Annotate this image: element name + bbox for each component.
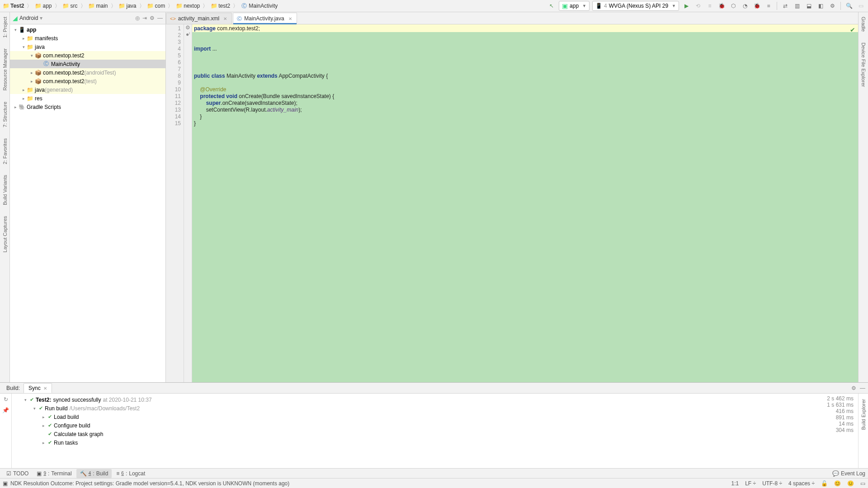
tree-arrow-icon[interactable]: ▸ bbox=[13, 105, 18, 109]
close-icon[interactable]: ✕ bbox=[43, 386, 47, 391]
gear-icon[interactable]: ⚙ bbox=[851, 385, 856, 391]
tree-item-java[interactable]: ▾📁java bbox=[10, 42, 165, 51]
crumb-src[interactable]: 📁src〉 bbox=[62, 2, 87, 10]
sync-gradle-button[interactable]: ⇄ bbox=[780, 1, 791, 11]
tree-arrow-icon[interactable]: ▾ bbox=[13, 28, 18, 32]
apply-changes-button[interactable]: ⟲ bbox=[693, 1, 703, 11]
rail-build-variants[interactable]: Build Variants bbox=[2, 172, 8, 208]
build-row-calculate-task-graph[interactable]: ✔Calculate task graph bbox=[14, 430, 804, 438]
tree-arrow-icon[interactable]: ▸ bbox=[29, 79, 34, 84]
xml-icon: <> bbox=[170, 16, 176, 21]
editor-area: <>activity_main.xml✕ⒸMainActivity.java✕ … bbox=[166, 12, 858, 382]
build-explorer-rail[interactable]: Build Explorer bbox=[861, 396, 866, 432]
readonly-icon[interactable]: 🔓 bbox=[821, 480, 828, 487]
coverage-button[interactable]: ⬡ bbox=[728, 1, 739, 11]
build-row-run-build[interactable]: ▾✔Run build /Users/mac/Downloads/Test2 bbox=[14, 404, 804, 413]
memory-indicator[interactable]: ▭ bbox=[860, 480, 865, 487]
rail-2-favorites[interactable]: 2: Favorites bbox=[2, 136, 8, 167]
crumb-com[interactable]: 📁com〉 bbox=[146, 2, 175, 10]
rail-gradle[interactable]: Gradle bbox=[861, 14, 866, 34]
tree-item-mainactivity[interactable]: ⒸMainActivity bbox=[10, 60, 165, 68]
rail-7-structure[interactable]: 7: Structure bbox=[2, 99, 8, 130]
collapse-icon[interactable]: ⇥ bbox=[142, 15, 147, 21]
tree-item-java[interactable]: ▸📁java (generated) bbox=[10, 85, 165, 94]
build-row-load-build[interactable]: ▸✔Load build bbox=[14, 413, 804, 421]
tree-item-com-nextop-test2[interactable]: ▾📦com.nextop.test2 bbox=[10, 51, 165, 60]
search-everywhere-button[interactable]: 🔍 bbox=[844, 1, 854, 11]
crumb-Test2[interactable]: 📁Test2〉 bbox=[2, 2, 33, 10]
event-log-icon[interactable]: 💬 bbox=[832, 470, 839, 477]
tree-item-gradle-scripts[interactable]: ▸🐘Gradle Scripts bbox=[10, 103, 165, 111]
build-sync-tab[interactable]: Sync ✕ bbox=[24, 383, 52, 393]
tree-item-app[interactable]: ▾📱app bbox=[10, 25, 165, 34]
code-content[interactable]: package com.nextop.test2; import ... pub… bbox=[192, 24, 858, 382]
tree-arrow-icon[interactable]: ▾ bbox=[29, 53, 34, 58]
hide-icon[interactable]: — bbox=[157, 15, 163, 21]
close-icon[interactable]: ✕ bbox=[223, 16, 227, 21]
close-icon[interactable]: ✕ bbox=[288, 16, 292, 21]
editor-tab-activity_main.xml[interactable]: <>activity_main.xml✕ bbox=[166, 13, 232, 24]
crumb-java[interactable]: 📁java〉 bbox=[118, 2, 146, 10]
tree-item-com-nextop-test2[interactable]: ▸📦com.nextop.test2 (androidTest) bbox=[10, 68, 165, 77]
stop-button[interactable]: ■ bbox=[763, 1, 774, 11]
project-tree[interactable]: ▾📱app▸📁manifests▾📁java▾📦com.nextop.test2… bbox=[10, 24, 165, 382]
project-structure-button[interactable]: ⚙ bbox=[827, 1, 838, 11]
editor-tab-MainActivity.java[interactable]: ⒸMainActivity.java✕ bbox=[233, 13, 297, 24]
code-editor[interactable]: 123456789101112131415 ⚙●ᴵ package com.ne… bbox=[166, 24, 858, 382]
tree-arrow-icon[interactable]: ▸ bbox=[29, 70, 34, 75]
build-tab[interactable]: 🔨4:Build bbox=[76, 469, 112, 478]
event-log-label[interactable]: Event Log bbox=[841, 470, 865, 477]
device-selector[interactable]: 📱 4 WVGA (Nexus S) API 29 ▼ bbox=[592, 1, 679, 11]
tree-arrow-icon[interactable]: ▾ bbox=[21, 45, 26, 49]
attach-debugger-button[interactable]: 🐞 bbox=[751, 1, 762, 11]
status-window-icon[interactable]: ▣ bbox=[3, 480, 8, 487]
tree-arrow-icon[interactable]: ▸ bbox=[21, 96, 26, 101]
line-ending[interactable]: LF ÷ bbox=[745, 480, 756, 487]
filter-icon[interactable]: 📌 bbox=[2, 407, 9, 413]
build-row-configure-build[interactable]: ▸✔Configure build bbox=[14, 421, 804, 430]
terminal-tab[interactable]: ▣9:Terminal bbox=[33, 469, 75, 478]
build-row-run-tasks[interactable]: ▸✔Run tasks bbox=[14, 438, 804, 447]
caret-position[interactable]: 1:1 bbox=[731, 480, 739, 487]
run-config-app-selector[interactable]: ▣ app ▼ bbox=[559, 1, 590, 11]
hide-icon[interactable]: — bbox=[860, 385, 865, 391]
build-root[interactable]: ▾✔Test2: synced successfully at 2020-10-… bbox=[14, 395, 804, 404]
folder-icon: 📁 bbox=[147, 3, 154, 9]
rail-1-project[interactable]: 1: Project bbox=[2, 14, 8, 40]
avd-manager-button[interactable]: ▥ bbox=[792, 1, 802, 11]
tree-arrow-icon[interactable]: ▸ bbox=[21, 88, 26, 92]
ide-settings-button[interactable]: ▭ bbox=[855, 1, 866, 11]
debug-restart-button[interactable]: ≡ bbox=[704, 1, 715, 11]
tree-item-res[interactable]: ▸📁res bbox=[10, 94, 165, 103]
logcat-tab[interactable]: ≡6:Logcat bbox=[113, 469, 149, 478]
crumb-main[interactable]: 📁main〉 bbox=[88, 2, 117, 10]
chevron-down-icon[interactable]: ▾ bbox=[40, 15, 42, 21]
device-label: WVGA (Nexus S) API 29 bbox=[609, 3, 668, 9]
sdk-manager-button[interactable]: ⬓ bbox=[803, 1, 814, 11]
rail-device-file-explorer[interactable]: Device File Explorer bbox=[861, 40, 866, 89]
tree-node-icon: 📦 bbox=[34, 78, 42, 84]
tree-arrow-icon[interactable]: ▸ bbox=[21, 36, 26, 41]
tree-item-manifests[interactable]: ▸📁manifests bbox=[10, 34, 165, 42]
tree-item-com-nextop-test2[interactable]: ▸📦com.nextop.test2 (test) bbox=[10, 77, 165, 85]
crumb-test2[interactable]: 📁test2〉 bbox=[210, 2, 239, 10]
make-project-button[interactable]: ↖ bbox=[546, 1, 557, 11]
resource-manager-button[interactable]: ◧ bbox=[815, 1, 826, 11]
build-tree[interactable]: ▾✔Test2: synced successfully at 2020-10-… bbox=[12, 394, 804, 468]
todo-tab[interactable]: ☑TODO bbox=[3, 469, 32, 478]
rail-resource-manager[interactable]: Resource Manager bbox=[2, 46, 8, 94]
crumb-MainActivity[interactable]: ⒸMainActivity bbox=[240, 3, 278, 9]
restart-icon[interactable]: ↻ bbox=[4, 396, 8, 403]
profiler-button[interactable]: ◔ bbox=[740, 1, 750, 11]
crumb-nextop[interactable]: 📁nextop〉 bbox=[175, 2, 209, 10]
run-button[interactable]: ▶ bbox=[681, 1, 692, 11]
indent[interactable]: 4 spaces ÷ bbox=[788, 480, 815, 487]
crumb-app[interactable]: 📁app〉 bbox=[34, 2, 61, 10]
rail-layout-captures[interactable]: Layout Captures bbox=[2, 213, 8, 255]
debug-button[interactable]: 🐞 bbox=[716, 1, 727, 11]
build-panel-header: Build: Sync ✕ ⚙ — bbox=[0, 383, 868, 394]
gear-icon[interactable]: ⚙ bbox=[150, 15, 155, 21]
target-icon[interactable]: ◎ bbox=[135, 15, 140, 21]
encoding[interactable]: UTF-8 ÷ bbox=[762, 480, 782, 487]
project-view-name[interactable]: Android bbox=[19, 15, 38, 21]
